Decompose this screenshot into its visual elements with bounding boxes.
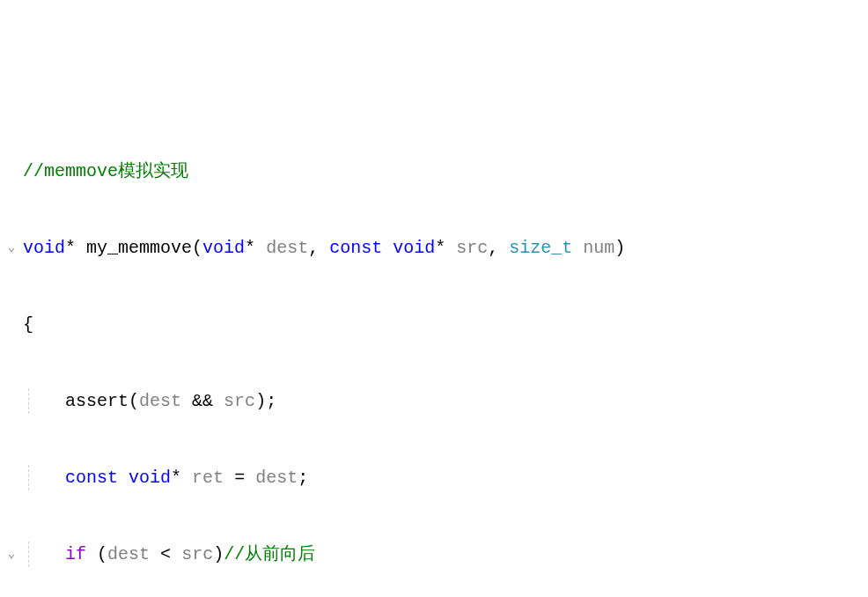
function-name: my_memmove — [86, 238, 192, 258]
code-line: const void* ret = dest; — [0, 465, 868, 490]
code-editor[interactable]: //memmove模拟实现 ⌄ void* my_memmove(void* d… — [0, 107, 868, 597]
chevron-down-icon: ⌄ — [5, 242, 18, 254]
comment: //memmove模拟实现 — [23, 161, 188, 181]
code-line: //memmove模拟实现 — [0, 158, 868, 184]
chevron-down-icon: ⌄ — [5, 549, 18, 561]
fold-toggle[interactable]: ⌄ — [0, 549, 23, 561]
code-line: ⌄ if (dest < src)//从前向后 — [0, 542, 868, 567]
code-line: ⌄ void* my_memmove(void* dest, const voi… — [0, 235, 868, 261]
code-line: assert(dest && src); — [0, 388, 868, 414]
keyword: void — [23, 238, 65, 258]
code-line: { — [0, 312, 868, 337]
fold-toggle[interactable]: ⌄ — [0, 242, 23, 254]
